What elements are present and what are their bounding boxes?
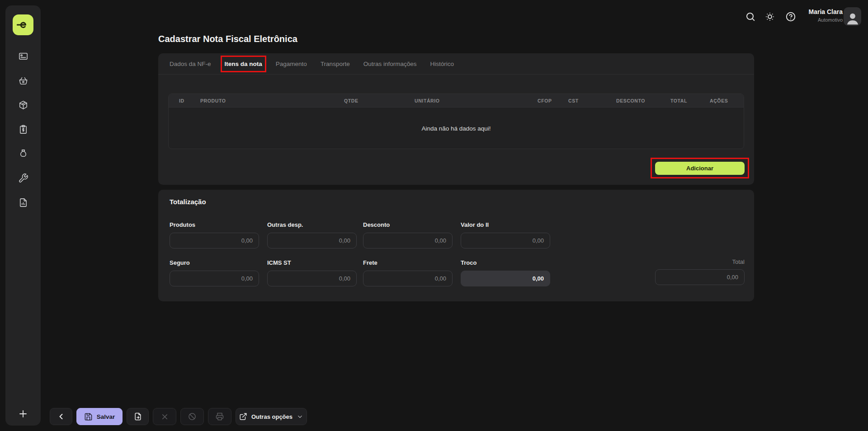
sidebar <box>5 5 41 426</box>
field-valor-do-ii-label: Valor do II <box>461 221 489 228</box>
col-produto: PRODUTO <box>200 98 226 103</box>
sidebar-item-finance[interactable] <box>18 148 28 159</box>
col-total: TOTAL <box>670 98 687 103</box>
field-desconto-input[interactable] <box>363 233 453 248</box>
x-icon <box>160 412 169 421</box>
wrench-icon <box>18 173 28 183</box>
back-button[interactable] <box>50 408 72 425</box>
app-logo[interactable] <box>13 14 33 35</box>
sidebar-item-billing[interactable] <box>18 124 28 135</box>
tab-bar: Dados da NF-e Itens da nota Pagamento Tr… <box>158 53 754 75</box>
col-id: ID <box>179 98 184 103</box>
field-troco: Troco <box>461 258 550 286</box>
sidebar-item-sales[interactable] <box>18 75 28 86</box>
person-icon <box>845 10 860 26</box>
adicionar-button[interactable]: Adicionar <box>655 162 745 175</box>
sidebar-item-registrations[interactable] <box>18 51 28 61</box>
items-table: ID PRODUTO QTDE UNITÁRIO CFOP CST DESCON… <box>168 94 744 149</box>
external-link-icon <box>239 412 247 421</box>
search-button[interactable] <box>745 11 756 22</box>
field-seguro-input[interactable] <box>170 271 259 286</box>
field-frete-input[interactable] <box>363 271 453 286</box>
add-new-button[interactable] <box>5 408 41 419</box>
totals-card: Totalização Produtos Outras desp. Descon… <box>158 190 754 301</box>
sidebar-item-reports[interactable] <box>18 197 28 208</box>
field-frete: Frete <box>363 258 453 286</box>
plus-icon <box>18 408 28 419</box>
field-total: Total <box>655 258 745 285</box>
logo-e-icon <box>17 19 29 31</box>
sidebar-item-services[interactable] <box>18 173 28 183</box>
tab-itens-da-nota[interactable]: Itens da nota <box>225 61 262 67</box>
ban-icon <box>188 412 197 421</box>
user-menu[interactable]: Maria Clara Automotivo <box>809 8 843 23</box>
field-icms-st-input[interactable] <box>267 271 357 286</box>
tab-historico[interactable]: Histórico <box>430 61 454 67</box>
brightness-sun-icon <box>764 11 775 22</box>
field-seguro: Seguro <box>170 258 259 286</box>
footer-action-bar: Salvar <box>50 408 307 425</box>
avatar[interactable] <box>844 7 861 26</box>
annotation-rect-add-button: Adicionar <box>651 158 749 178</box>
tab-transporte[interactable]: Transporte <box>321 61 350 67</box>
field-produtos-label: Produtos <box>170 221 195 228</box>
field-outras-desp-input[interactable] <box>267 233 357 248</box>
file-output-icon <box>133 412 142 421</box>
theme-toggle-button[interactable] <box>764 11 775 22</box>
col-desconto: DESCONTO <box>616 98 645 103</box>
col-qtde: QTDE <box>344 98 359 103</box>
field-valor-do-ii-input[interactable] <box>461 233 550 248</box>
totals-title: Totalização <box>170 198 206 206</box>
page: Maria Clara Automotivo Cadastrar Nota Fi… <box>0 0 868 431</box>
field-total-input[interactable] <box>655 269 745 285</box>
field-frete-label: Frete <box>363 259 377 266</box>
empty-state-text: Ainda não há dados aqui! <box>169 108 744 149</box>
field-outras-desp: Outras desp. <box>267 220 357 248</box>
tab-pagamento[interactable]: Pagamento <box>276 61 307 67</box>
user-name: Maria Clara <box>809 8 843 15</box>
tab-outras-informacoes[interactable]: Outras informações <box>363 61 417 67</box>
more-options-button[interactable]: Outras opções <box>236 408 307 425</box>
items-card: Dados da NF-e Itens da nota Pagamento Tr… <box>158 53 754 185</box>
field-desconto: Desconto <box>363 220 453 248</box>
user-role: Automotivo <box>809 17 843 23</box>
print-button[interactable] <box>208 408 231 425</box>
sidebar-nav <box>5 51 41 208</box>
field-troco-label: Troco <box>461 259 476 266</box>
help-button[interactable] <box>785 11 796 22</box>
col-cst: CST <box>568 98 579 103</box>
contact-card-icon <box>18 51 28 61</box>
chevron-down-icon <box>297 413 303 420</box>
file-chart-icon <box>18 197 28 208</box>
help-circle-icon <box>785 11 796 22</box>
shopping-basket-icon <box>18 75 28 86</box>
save-button[interactable]: Salvar <box>76 408 123 425</box>
field-icms-st: ICMS ST <box>267 258 357 286</box>
void-button[interactable] <box>180 408 204 425</box>
field-troco-input <box>461 271 550 286</box>
field-icms-st-label: ICMS ST <box>267 259 291 266</box>
save-floppy-icon <box>84 412 93 421</box>
money-bag-icon <box>18 149 28 159</box>
items-table-header: ID PRODUTO QTDE UNITÁRIO CFOP CST DESCON… <box>169 94 744 108</box>
generate-document-button[interactable] <box>127 408 149 425</box>
col-cfop: CFOP <box>538 98 552 103</box>
package-icon <box>18 100 28 110</box>
field-seguro-label: Seguro <box>170 259 190 266</box>
col-acoes: AÇÕES <box>710 98 728 103</box>
save-button-label: Salvar <box>97 413 115 420</box>
col-unitario: UNITÁRIO <box>415 98 440 103</box>
search-icon <box>745 11 756 22</box>
field-produtos: Produtos <box>170 220 259 248</box>
sidebar-item-stock[interactable] <box>18 99 28 110</box>
field-outras-desp-label: Outras desp. <box>267 221 303 228</box>
field-valor-do-ii: Valor do II <box>461 220 550 248</box>
more-options-label: Outras opções <box>251 413 292 420</box>
clipboard-dollar-icon <box>18 124 28 135</box>
printer-icon <box>215 412 224 421</box>
page-title: Cadastrar Nota Fiscal Eletrônica <box>158 34 297 44</box>
cancel-button[interactable] <box>153 408 176 425</box>
chevron-left-icon <box>57 412 66 421</box>
field-produtos-input[interactable] <box>170 233 259 248</box>
tab-dados-da-nfe[interactable]: Dados da NF-e <box>170 61 211 67</box>
